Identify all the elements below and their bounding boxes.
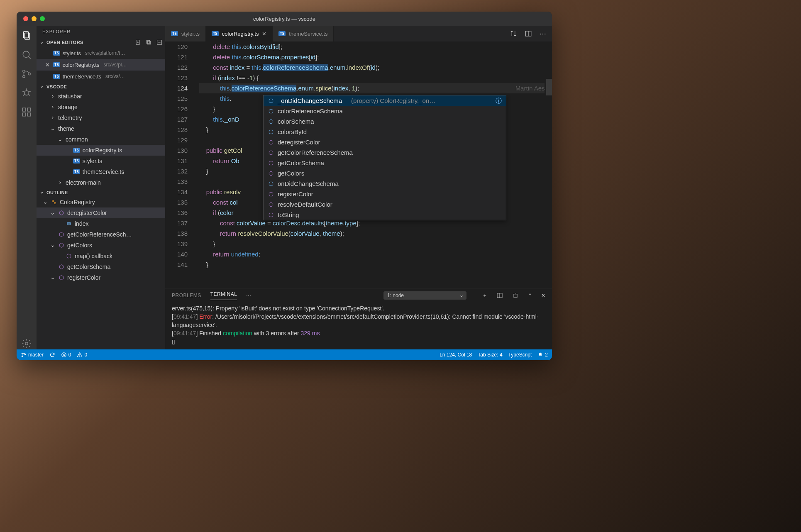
- tree-item[interactable]: ›telemetry: [37, 112, 165, 123]
- tree-item[interactable]: ›storage: [37, 102, 165, 112]
- warnings-count[interactable]: 0: [77, 352, 87, 358]
- split-terminal-icon[interactable]: [496, 292, 503, 299]
- close-tab-icon[interactable]: ✕: [262, 31, 266, 37]
- file-name: themeService.ts: [63, 73, 101, 80]
- line-number: 134: [165, 187, 188, 197]
- outline-item[interactable]: index: [37, 218, 165, 229]
- tree-item[interactable]: ›statusbar: [37, 91, 165, 102]
- language-mode[interactable]: TypeScript: [508, 352, 532, 358]
- suggest-widget[interactable]: _onDidChangeSchema(property) ColorRegist…: [263, 95, 506, 220]
- outline-item[interactable]: ⌄ColorRegistry: [37, 197, 165, 207]
- close-editor-icon[interactable]: ✕: [44, 62, 51, 68]
- outline-item[interactable]: getColorSchema: [37, 261, 165, 272]
- code-line[interactable]: delete this.colorSchema.properties[id];: [199, 52, 552, 62]
- code-line[interactable]: const index = this.colorReferenceSchema.…: [199, 62, 552, 73]
- method-symbol-icon: [58, 231, 65, 238]
- symbol-label: getColors: [67, 242, 92, 249]
- collapse-all-icon[interactable]: [156, 39, 163, 46]
- terminal-select[interactable]: 1: node: [383, 291, 466, 300]
- property-icon: [268, 181, 274, 187]
- suggest-item[interactable]: onDidChangeSchema: [264, 178, 506, 189]
- editor-tab[interactable]: TScolorRegistry.ts✕: [206, 26, 273, 41]
- tab-size[interactable]: Tab Size: 4: [478, 352, 502, 358]
- more-icon[interactable]: ⋯: [246, 293, 252, 298]
- code-line[interactable]: return resolveColorValue(colorValue, the…: [199, 228, 552, 239]
- tree-item[interactable]: ›electron-main: [37, 177, 165, 188]
- editor-group: TSstyler.tsTScolorRegistry.ts✕TSthemeSer…: [165, 26, 552, 349]
- settings-gear-icon[interactable]: [21, 338, 32, 349]
- tree-item[interactable]: TScolorRegistry.ts: [37, 145, 165, 156]
- source-control-icon[interactable]: [21, 68, 32, 80]
- outline-item[interactable]: ⌄deregisterColor: [37, 207, 165, 218]
- editor-tab[interactable]: TSstyler.ts: [165, 26, 206, 41]
- window-maximize-icon[interactable]: [40, 16, 45, 21]
- minimap[interactable]: [545, 41, 552, 288]
- code-line[interactable]: }: [199, 259, 552, 270]
- tab-terminal[interactable]: TERMINAL: [210, 291, 237, 300]
- new-file-icon[interactable]: [134, 39, 141, 46]
- tree-item[interactable]: ⌄theme: [37, 123, 165, 134]
- window-minimize-icon[interactable]: [32, 16, 37, 21]
- suggest-info-icon[interactable]: ⓘ: [496, 95, 502, 106]
- titlebar[interactable]: colorRegistry.ts — vscode: [17, 12, 552, 26]
- method-icon: [268, 201, 274, 208]
- editor-tab[interactable]: TSthemeService.ts: [273, 26, 334, 41]
- new-terminal-icon[interactable]: ＋: [482, 292, 487, 299]
- open-editor-item[interactable]: TSthemeService.tssrc/vs/…: [37, 71, 165, 82]
- git-branch[interactable]: master: [21, 352, 44, 358]
- window-close-icon[interactable]: [23, 16, 28, 21]
- suggest-item[interactable]: _onDidChangeSchema(property) ColorRegist…: [264, 95, 506, 106]
- editor[interactable]: 1201211221231241251261271281291301311321…: [165, 41, 552, 288]
- compare-changes-icon[interactable]: [510, 30, 517, 37]
- search-icon[interactable]: [21, 49, 32, 61]
- outline-header[interactable]: ⌄ OUTLINE: [37, 188, 165, 197]
- typescript-file-icon: TS: [53, 51, 60, 56]
- outline-item[interactable]: getColorReferenceSch…: [37, 229, 165, 240]
- tree-item[interactable]: ⌄common: [37, 134, 165, 145]
- suggest-item[interactable]: getColorSchema: [264, 158, 506, 168]
- suggest-item[interactable]: getColorReferenceSchema: [264, 147, 506, 158]
- outline-item[interactable]: map() callback: [37, 251, 165, 261]
- tree-item[interactable]: TSthemeService.ts: [37, 166, 165, 177]
- status-bar: master 0 0 Ln 124, Col 18 Tab Size: 4 Ty…: [17, 349, 552, 360]
- extensions-icon[interactable]: [21, 106, 32, 118]
- open-editor-item[interactable]: ✕TScolorRegistry.tssrc/vs/pl…: [37, 59, 165, 71]
- open-editors-header[interactable]: ⌄ OPEN EDITORS: [37, 37, 165, 47]
- suggest-item[interactable]: resolveDefaultColor: [264, 199, 506, 210]
- suggest-item[interactable]: deregisterColor: [264, 137, 506, 147]
- suggest-item[interactable]: toString: [264, 210, 506, 220]
- code-line[interactable]: return undefined;: [199, 249, 552, 259]
- tree-item[interactable]: TSstyler.ts: [37, 156, 165, 166]
- code-line[interactable]: this.colorReferenceSchema.enum.splice(in…: [199, 83, 552, 93]
- cursor-position[interactable]: Ln 124, Col 18: [440, 352, 472, 358]
- suggest-item[interactable]: getColors: [264, 168, 506, 178]
- suggest-item[interactable]: colorReferenceSchema: [264, 106, 506, 116]
- more-actions-icon[interactable]: ⋯: [540, 30, 546, 38]
- suggest-item[interactable]: colorsById: [264, 127, 506, 137]
- outline-item[interactable]: ⌄getColors: [37, 240, 165, 251]
- sync-icon[interactable]: [49, 352, 55, 358]
- maximize-panel-icon[interactable]: ⌃: [528, 293, 532, 298]
- terminal-content[interactable]: erver.ts(475,15): Property 'isBuilt' doe…: [165, 303, 552, 349]
- errors-count[interactable]: 0: [61, 352, 71, 358]
- split-editor-icon[interactable]: [525, 30, 532, 37]
- chevron-icon: ⌄: [50, 209, 56, 216]
- suggest-item[interactable]: colorSchema: [264, 116, 506, 127]
- open-editor-item[interactable]: TSstyler.tssrc/vs/platform/t…: [37, 47, 165, 59]
- panel-tabs: PROBLEMS TERMINAL ⋯ 1: node ＋ ⌃ ✕: [165, 288, 552, 303]
- close-panel-icon[interactable]: ✕: [541, 293, 545, 298]
- code-line[interactable]: if (index !== -1) {: [199, 73, 552, 83]
- save-all-icon[interactable]: [145, 39, 152, 46]
- notifications-bell[interactable]: 2: [537, 352, 548, 358]
- suggest-item[interactable]: registerColor: [264, 189, 506, 199]
- tab-problems[interactable]: PROBLEMS: [172, 293, 201, 298]
- explorer-icon[interactable]: [21, 30, 32, 41]
- code-line[interactable]: delete this.colorsById[id];: [199, 41, 552, 52]
- code-line[interactable]: }: [199, 239, 552, 249]
- outline-section: ⌄ OUTLINE ⌄ColorRegistry⌄deregisterColor…: [37, 188, 165, 349]
- outline-item[interactable]: ⌄registerColor: [37, 272, 165, 283]
- workspace-header[interactable]: ⌄ VSCODE: [37, 82, 165, 91]
- kill-terminal-icon[interactable]: [512, 292, 519, 299]
- debug-icon[interactable]: [21, 87, 32, 99]
- line-number: 135: [165, 197, 188, 207]
